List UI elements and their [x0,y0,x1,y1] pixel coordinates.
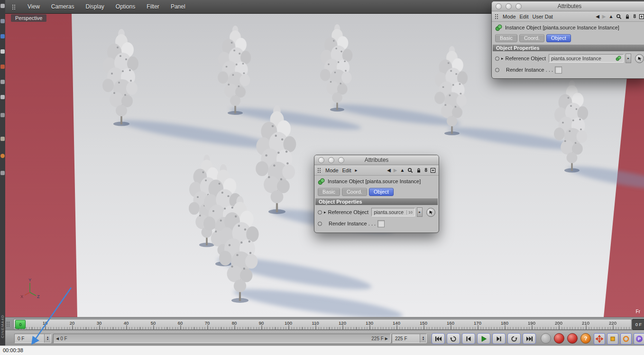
expand-arrow-icon[interactable]: ▸ [324,210,326,215]
tab-basic[interactable]: Basic [318,188,340,196]
new-panel-icon[interactable] [639,14,644,19]
play-button[interactable] [477,333,490,344]
current-frame-field[interactable]: 0 F ▲ ▼ [14,334,51,343]
render-instance-checkbox[interactable] [377,220,385,227]
menu-edit[interactable]: Edit [520,14,529,19]
key-position-button[interactable] [594,333,605,345]
drag-grip-icon[interactable] [12,4,16,9]
help-button[interactable]: ? [580,333,591,344]
goto-end-button[interactable] [523,333,536,344]
rail-tool-icon[interactable] [0,49,5,54]
section-object-properties[interactable]: Object Properties [493,45,644,51]
rail-tool-icon[interactable] [0,4,5,8]
menu-overflow-icon[interactable]: ▸ [355,168,358,173]
loop-forward-button[interactable] [507,333,521,344]
menu-mode[interactable]: Mode [325,168,339,173]
render-instance-row: Render Instance . . . [314,218,439,229]
tab-coord[interactable]: Coord. [342,188,367,196]
rail-tool-icon[interactable] [0,113,5,117]
goto-start-button[interactable] [432,333,445,344]
tab-object[interactable]: Object [369,188,394,196]
max-frame-stepper[interactable]: ▲ ▼ [420,334,426,343]
section-object-properties[interactable]: Object Properties [315,198,438,205]
rail-tool-icon[interactable] [0,154,5,158]
up-icon[interactable]: ▲ [609,14,614,19]
panel-title: Attributes [314,157,439,163]
menu-view[interactable]: View [28,3,40,10]
forward-icon[interactable]: ▶ [394,168,397,173]
keyframe-dot-icon[interactable] [495,56,499,61]
drag-grip-icon[interactable] [317,168,322,173]
max-frame-field[interactable]: 225 F ▲ ▼ [392,334,427,343]
rail-tool-icon[interactable] [0,95,5,99]
keyframe-dot-icon[interactable] [318,222,322,226]
keyframe-dot-icon[interactable] [495,68,499,72]
reference-object-field[interactable]: pianta.source 10 [371,208,415,216]
drag-grip-icon[interactable] [6,321,10,327]
camera-label[interactable]: Perspective [11,14,46,22]
drag-grip-icon[interactable] [495,14,499,19]
current-frame-marker[interactable]: 0 [15,320,26,329]
frame-display-box: 0 F [632,319,644,330]
tab-coord[interactable]: Coord. [519,34,544,42]
lock-icon[interactable] [416,168,422,173]
preview-range-slider[interactable]: ◀ 0 F 225 F ▶ [53,334,391,343]
stepper-down-icon[interactable]: ▼ [46,338,49,341]
link-menu-button[interactable]: ▸ [626,54,631,63]
rail-tool-icon[interactable] [0,171,5,175]
pick-object-button[interactable] [426,208,435,217]
cursor-arrow-icon [429,210,433,215]
back-icon[interactable]: ◀ [596,14,599,19]
rail-tool-icon[interactable] [0,19,5,23]
previous-frame-button[interactable] [462,333,475,344]
search-icon[interactable] [407,168,413,173]
loop-backward-button[interactable] [447,333,460,344]
search-icon[interactable] [616,14,622,19]
reference-spinner[interactable]: 10 [406,210,413,215]
menu-options[interactable]: Options [116,3,135,10]
menu-mode[interactable]: Mode [503,14,516,19]
pick-object-button[interactable] [635,54,644,63]
timeline-ruler[interactable]: 0 10203040506070809010011012013014015016… [13,319,632,330]
tab-object[interactable]: Object [546,34,571,42]
new-panel-icon[interactable] [430,168,436,173]
rail-tool-icon[interactable] [0,137,5,141]
key-rotation-button[interactable] [620,333,632,345]
tick-label: 210 [582,320,589,326]
link-menu-button[interactable]: ▸ [417,207,423,217]
stepper-down-icon[interactable]: ▼ [422,338,424,341]
panel-titlebar[interactable]: Attributes [492,1,644,11]
keyframe-dot-icon[interactable] [318,210,322,215]
link-icon[interactable]: 8 [424,168,427,173]
menu-edit[interactable]: Edit [342,168,351,173]
record-disabled-button[interactable] [541,333,551,344]
menu-panel[interactable]: Panel [171,3,185,10]
render-instance-checkbox[interactable] [555,66,562,74]
rail-tool-icon[interactable] [0,80,5,84]
tab-basic[interactable]: Basic [495,34,517,42]
rail-tool-icon[interactable] [0,65,5,69]
key-scale-button[interactable] [607,333,618,345]
menu-display[interactable]: Display [85,3,104,10]
panel-titlebar[interactable]: Attributes [314,155,439,165]
menu-filter[interactable]: Filter [147,3,159,10]
record-keyframe-button[interactable] [554,333,564,344]
forward-icon[interactable]: ▶ [602,14,606,19]
menu-cameras[interactable]: Cameras [51,3,74,10]
autokey-button[interactable] [567,333,578,344]
menu-user-data[interactable]: User Dat [533,14,553,19]
key-parameter-button[interactable]: P [634,333,644,345]
frame-stepper[interactable]: ▲ ▼ [44,334,51,343]
tick-label: 30 [97,320,102,326]
next-frame-button[interactable] [492,333,506,344]
attributes-panel-middle: Attributes Mode Edit ▸ ◀ ▶ ▲ 8 [314,155,439,233]
link-icon[interactable]: 8 [633,14,636,19]
expand-arrow-icon[interactable]: ▸ [501,56,504,61]
reference-object-field[interactable]: pianta.source Instance [549,54,624,63]
slider-right-arrow-icon[interactable]: ▶ [385,336,388,341]
rail-tool-icon[interactable] [0,34,5,38]
back-icon[interactable]: ◀ [387,168,391,173]
lock-icon[interactable] [625,14,630,19]
slider-left-arrow-icon[interactable]: ◀ [56,336,59,341]
up-icon[interactable]: ▲ [400,168,405,173]
